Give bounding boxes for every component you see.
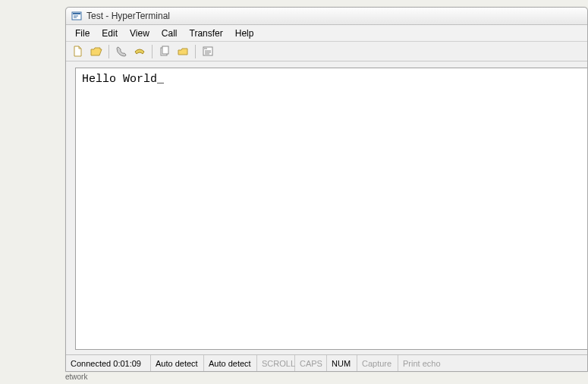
status-scroll: SCROLL [257, 355, 295, 371]
status-connection: Connected 0:01:09 [66, 355, 151, 371]
titlebar[interactable]: Test - HyperTerminal [66, 8, 587, 25]
status-detect1: Auto detect [151, 355, 204, 371]
toolbar-separator [152, 45, 153, 58]
status-num: NUM [327, 355, 357, 371]
receive-icon[interactable] [175, 43, 191, 60]
new-file-icon[interactable] [70, 43, 86, 60]
send-icon[interactable] [156, 43, 173, 60]
menu-help[interactable]: Help [229, 26, 260, 41]
window-title: Test - HyperTerminal [86, 11, 170, 21]
open-file-icon[interactable] [88, 43, 105, 60]
svg-rect-1 [73, 13, 80, 14]
hangup-icon[interactable] [131, 43, 148, 60]
status-capture: Capture [357, 355, 398, 371]
statusbar: Connected 0:01:09 Auto detect Auto detec… [66, 354, 587, 371]
terminal-output: Hello World_ [82, 73, 581, 86]
terminal-area[interactable]: Hello World_ [75, 68, 587, 350]
call-icon[interactable] [113, 43, 130, 60]
properties-icon[interactable] [200, 43, 216, 60]
menu-transfer[interactable]: Transfer [184, 26, 229, 41]
menu-edit[interactable]: Edit [96, 26, 124, 41]
background-text: etwork [65, 373, 87, 381]
menu-call[interactable]: Call [156, 26, 184, 41]
menu-view[interactable]: View [124, 26, 156, 41]
menu-file[interactable]: File [69, 26, 96, 41]
svg-rect-5 [162, 46, 168, 54]
terminal-frame: Hello World_ [66, 61, 587, 354]
status-caps: CAPS [295, 355, 327, 371]
status-detect2: Auto detect [204, 355, 257, 371]
hyperterminal-window: Test - HyperTerminal File Edit View Call… [65, 7, 588, 372]
toolbar-separator [195, 45, 196, 58]
toolbar [66, 42, 587, 61]
menubar: File Edit View Call Transfer Help [66, 25, 587, 42]
status-print-echo: Print echo [398, 355, 587, 371]
app-icon [71, 10, 83, 22]
toolbar-separator [108, 45, 109, 58]
svg-rect-7 [204, 48, 207, 49]
